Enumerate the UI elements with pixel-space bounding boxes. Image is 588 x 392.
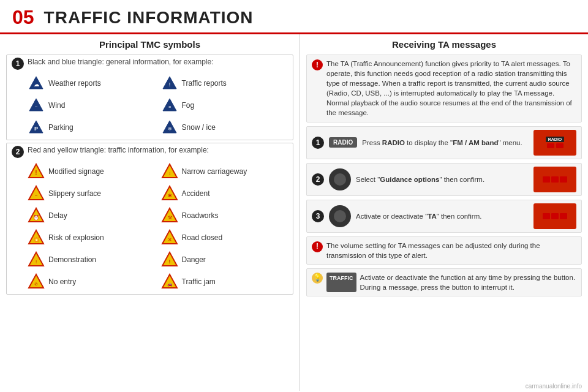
- rotary-knob2-icon: [329, 205, 351, 227]
- list-item: ! Demonstration: [28, 250, 155, 270]
- svg-text:!: !: [35, 170, 37, 176]
- section1-grid: ☁ Weather reports ! Traffi: [28, 74, 288, 137]
- svg-text:✱: ✱: [167, 193, 172, 198]
- traffic-note-text: Activate or deactivate the function at a…: [360, 273, 576, 292]
- parking-label: Parking: [48, 123, 74, 132]
- list-item: ~ Slippery surface: [28, 184, 155, 203]
- slippery-surface-label: Slippery surface: [48, 189, 101, 198]
- no-entry-label: No entry: [48, 277, 76, 286]
- blue-triangle-traffic-icon: !: [161, 75, 178, 92]
- info-box-ta: ! The TA (Traffic Announcement) function…: [306, 55, 582, 123]
- rotary-knob-icon: [329, 168, 351, 190]
- red-triangle-modified-icon: !: [28, 163, 45, 180]
- list-item: ↕ Narrow carriageway: [161, 162, 288, 181]
- page: 05 TRAFFIC INFORMATION Principal TMC sym…: [0, 0, 588, 392]
- exclamation-icon2: !: [312, 241, 323, 252]
- red-triangle-demonstration-icon: !: [28, 251, 45, 268]
- blue-triangle-snow-icon: ❄: [161, 119, 178, 136]
- traffic-jam-label: Traffic jam: [182, 277, 216, 286]
- step1-text: Press RADIO to display the "FM / AM band…: [362, 138, 529, 148]
- watermark: carmanualonline.info: [526, 383, 582, 390]
- red-triangle-noentry-icon: ⊘: [28, 273, 45, 290]
- modified-signage-label: Modified signage: [48, 167, 104, 176]
- svg-text:~: ~: [35, 104, 38, 110]
- section2-header: 2 Red and yellow triangle: traffic infor…: [6, 143, 293, 295]
- delay-label: Delay: [48, 211, 67, 220]
- list-item: 🚗 Traffic jam: [161, 272, 288, 292]
- roadworks-label: Roadworks: [182, 211, 219, 220]
- svg-text:☁: ☁: [34, 81, 39, 88]
- svg-text:!: !: [168, 258, 170, 265]
- blue-triangle-fog-icon: ≡: [161, 97, 178, 114]
- step1-number: 1: [312, 137, 324, 149]
- risk-explosion-label: Risk of explosion: [48, 233, 104, 242]
- radio-button[interactable]: RADIO: [329, 137, 357, 148]
- red-triangle-narrow-icon: ↕: [161, 163, 178, 180]
- list-item: P Parking: [28, 118, 155, 137]
- step3-image: [533, 203, 576, 229]
- red-triangle-danger-icon: !: [161, 251, 178, 268]
- section2-desc: Red and yellow triangle: traffic informa…: [28, 146, 209, 154]
- step3-row: 3 Activate or deactivate "TA" then confi…: [306, 200, 582, 233]
- step2-number: 2: [312, 173, 324, 186]
- section1-desc: Black and blue triangle: general informa…: [28, 58, 214, 66]
- blue-triangle-icon: ☁: [28, 75, 45, 92]
- svg-text:P: P: [34, 126, 38, 132]
- red-triangle-explosion-icon: 💥: [28, 229, 45, 246]
- weather-reports-label: Weather reports: [48, 79, 101, 88]
- main-content: Principal TMC symbols 1 Black and blue t…: [0, 34, 588, 391]
- red-triangle-trafficjam-icon: 🚗: [161, 273, 178, 290]
- svg-text:!: !: [168, 81, 170, 88]
- list-item: ! Modified signage: [28, 162, 155, 181]
- blue-triangle-wind-icon: ~: [28, 97, 45, 114]
- list-item: ⏰ Delay: [28, 206, 155, 225]
- list-item: ☁ Weather reports: [28, 74, 155, 93]
- left-panel-title: Principal TMC symbols: [6, 39, 293, 50]
- chapter-number: 05: [12, 6, 34, 29]
- step2-text: Select "Guidance options" then confirm.: [356, 175, 529, 184]
- svg-text:🚗: 🚗: [167, 281, 172, 287]
- section1-row: 1 Black and blue triangle: general infor…: [12, 58, 288, 70]
- ta-info-text: The TA (Traffic Announcement) function g…: [326, 59, 576, 118]
- section2-row: 2 Red and yellow triangle: traffic infor…: [12, 146, 288, 158]
- knob2-inner: [334, 210, 346, 222]
- section2-number: 2: [12, 146, 24, 158]
- svg-text:≡: ≡: [168, 105, 170, 109]
- svg-text:💥: 💥: [33, 236, 39, 243]
- narrow-carriageway-label: Narrow carriageway: [182, 167, 247, 176]
- list-item: ! Traffic reports: [161, 74, 288, 93]
- red-triangle-slippery-icon: ~: [28, 185, 45, 202]
- page-title: TRAFFIC INFORMATION: [44, 8, 254, 28]
- step3-number: 3: [312, 210, 324, 222]
- demonstration-label: Demonstration: [48, 255, 96, 264]
- svg-text:❄: ❄: [167, 126, 172, 132]
- list-item: 💥 Risk of explosion: [28, 228, 155, 247]
- step1-image: RADIO: [533, 130, 576, 156]
- wind-label: Wind: [48, 101, 65, 110]
- right-panel-title: Receiving TA messages: [306, 39, 582, 50]
- blue-triangle-parking-icon: P: [28, 119, 45, 136]
- red-triangle-accident-icon: ✱: [161, 185, 178, 202]
- danger-label: Danger: [182, 255, 206, 264]
- red-triangle-delay-icon: ⏰: [28, 207, 45, 224]
- right-panel: Receiving TA messages ! The TA (Traffic …: [300, 34, 588, 391]
- list-item: ✱ Accident: [161, 184, 288, 203]
- list-item: ⚒ Roadworks: [161, 206, 288, 225]
- traffic-button[interactable]: TRAFFIC: [326, 273, 356, 292]
- list-item: ~ Wind: [28, 96, 155, 115]
- knob-inner: [334, 173, 346, 186]
- page-header: 05 TRAFFIC INFORMATION: [0, 0, 588, 34]
- list-item: ✕ Road closed: [161, 228, 288, 247]
- accident-label: Accident: [182, 189, 210, 198]
- section1-number: 1: [12, 58, 24, 70]
- svg-text:⏰: ⏰: [33, 214, 39, 221]
- road-closed-label: Road closed: [182, 233, 223, 242]
- info-box-traffic: 💡 TRAFFIC Activate or deactivate the fun…: [306, 268, 582, 296]
- list-item: ! Danger: [161, 250, 288, 270]
- svg-text:↕: ↕: [168, 171, 171, 176]
- step1-row: 1 RADIO Press RADIO to display the "FM /…: [306, 126, 582, 159]
- step2-image: [533, 167, 576, 192]
- exclamation-icon: !: [312, 59, 323, 70]
- info-box-volume: ! The volume setting for TA messages can…: [306, 236, 582, 265]
- traffic-reports-label: Traffic reports: [182, 79, 227, 88]
